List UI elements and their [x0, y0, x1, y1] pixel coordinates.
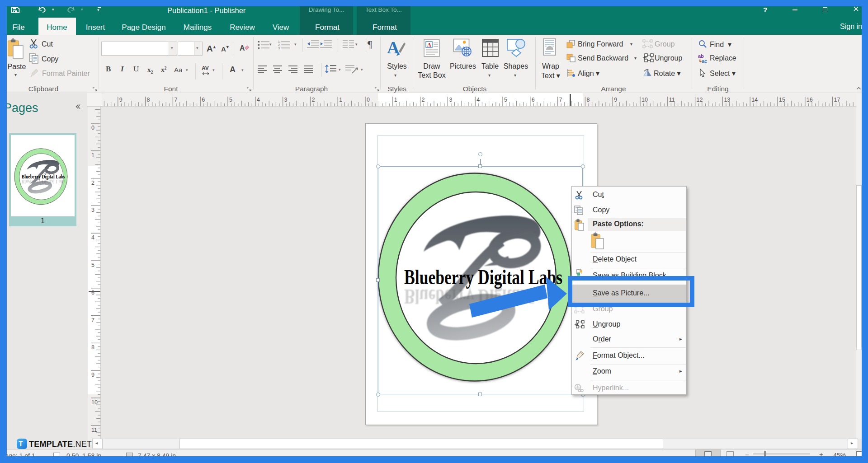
svg-text:7: 7 — [559, 97, 562, 103]
svg-text:9: 9 — [91, 372, 94, 378]
svg-text:1: 1 — [278, 40, 280, 43]
svg-text:6: 6 — [91, 290, 94, 296]
svg-text:1: 1 — [339, 97, 342, 103]
svg-text:A: A — [427, 42, 431, 48]
svg-text:6: 6 — [532, 97, 535, 103]
svg-text:1: 1 — [394, 97, 397, 103]
svg-text:AV: AV — [202, 65, 209, 71]
svg-text:3: 3 — [449, 97, 452, 103]
svg-text:4: 4 — [476, 97, 480, 103]
svg-text:1: 1 — [91, 152, 94, 159]
svg-text:Blueberry Digital Labs: Blueberry Digital Labs — [22, 178, 65, 185]
svg-text:2: 2 — [278, 43, 280, 47]
svg-text:0: 0 — [91, 125, 94, 131]
svg-text:5: 5 — [504, 97, 507, 103]
svg-text:4: 4 — [91, 234, 94, 241]
svg-text:4: 4 — [257, 97, 260, 103]
svg-text:16: 16 — [807, 97, 813, 103]
svg-text:7: 7 — [174, 97, 177, 103]
svg-text:8: 8 — [586, 97, 590, 103]
svg-text:0: 0 — [367, 97, 370, 103]
svg-text:8: 8 — [147, 97, 150, 103]
svg-text:12: 12 — [697, 97, 703, 103]
svg-text:14: 14 — [751, 97, 758, 103]
svg-text:A: A — [240, 44, 245, 52]
svg-text:11: 11 — [669, 97, 675, 103]
svg-text:6: 6 — [202, 97, 205, 103]
svg-text:13: 13 — [724, 97, 730, 103]
svg-text:3: 3 — [284, 97, 288, 103]
svg-text:ac: ac — [702, 58, 707, 64]
svg-text:3: 3 — [278, 47, 280, 50]
svg-text:5: 5 — [91, 262, 94, 268]
svg-text:15: 15 — [779, 97, 785, 103]
svg-text:7: 7 — [91, 317, 94, 323]
svg-text:2: 2 — [311, 97, 315, 103]
svg-text:17: 17 — [834, 97, 840, 103]
svg-text:9: 9 — [119, 97, 123, 103]
svg-text:5: 5 — [229, 97, 232, 103]
svg-text:3: 3 — [91, 207, 94, 213]
svg-text:2: 2 — [422, 97, 425, 103]
svg-text:8: 8 — [91, 344, 94, 351]
svg-text:10: 10 — [642, 97, 648, 103]
svg-text:9: 9 — [614, 97, 617, 103]
svg-text:2: 2 — [91, 180, 94, 186]
